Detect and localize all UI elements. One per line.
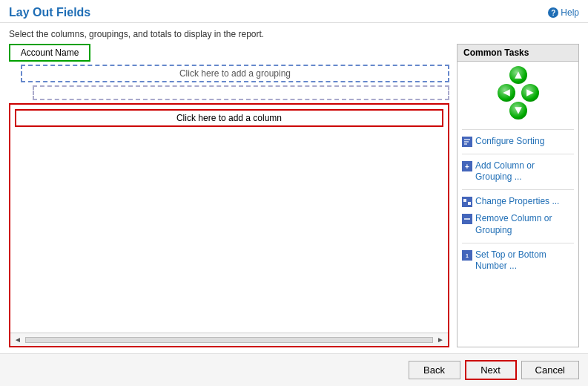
scroll-track[interactable] bbox=[25, 337, 433, 343]
content-area: Account Name Click here to add a groupin… bbox=[0, 44, 588, 353]
separator-3 bbox=[462, 189, 574, 190]
set-top-bottom-label: Set Top or BottomNumber ... bbox=[475, 249, 546, 272]
change-properties-label: Change Properties ... bbox=[475, 196, 559, 208]
task-change-properties[interactable]: Change Properties ... bbox=[462, 194, 574, 210]
columns-area: Click here to add a column ◄ ► bbox=[9, 103, 449, 347]
svg-marker-0 bbox=[515, 71, 522, 79]
remove-column-icon bbox=[462, 214, 472, 224]
page-title: Lay Out Fields bbox=[9, 6, 90, 19]
account-name-box[interactable]: Account Name bbox=[9, 44, 90, 62]
header: Lay Out Fields ? Help bbox=[0, 0, 588, 23]
arrow-up-button[interactable] bbox=[509, 66, 527, 84]
set-top-bottom-icon: 1 bbox=[462, 250, 472, 261]
svg-text:+: + bbox=[465, 163, 469, 171]
task-add-column-grouping[interactable]: + Add Column orGrouping ... bbox=[462, 158, 574, 186]
nav-row-bottom bbox=[509, 102, 527, 120]
arrow-down-button[interactable] bbox=[509, 102, 527, 120]
add-column-icon: + bbox=[462, 161, 472, 171]
task-remove-column[interactable]: Remove Column orGrouping bbox=[462, 211, 574, 238]
sidebar: Common Tasks bbox=[457, 44, 579, 347]
separator-4 bbox=[462, 243, 574, 243]
svg-marker-3 bbox=[515, 107, 522, 114]
next-button[interactable]: Next bbox=[465, 360, 517, 380]
common-tasks-body: Configure Sorting + Add Column orGroupin… bbox=[457, 61, 579, 347]
subtitle: Select the columns, groupings, and total… bbox=[0, 23, 588, 44]
main-area: Account Name Click here to add a groupin… bbox=[9, 44, 449, 347]
scroll-right-arrow[interactable]: ► bbox=[435, 336, 446, 344]
scroll-left-arrow[interactable]: ◄ bbox=[12, 336, 24, 344]
nav-row-top bbox=[509, 66, 527, 84]
help-link[interactable]: ? Help bbox=[548, 7, 579, 18]
nav-row-middle bbox=[498, 84, 539, 102]
cancel-button[interactable]: Cancel bbox=[521, 361, 579, 379]
arrow-left-button[interactable] bbox=[498, 84, 515, 102]
help-label: Help bbox=[561, 7, 579, 18]
page: Lay Out Fields ? Help Select the columns… bbox=[0, 0, 588, 386]
add-column-grouping-label: Add Column orGrouping ... bbox=[475, 160, 535, 183]
help-icon: ? bbox=[548, 7, 558, 18]
separator-1 bbox=[462, 129, 574, 130]
svg-text:1: 1 bbox=[466, 253, 469, 258]
configure-sorting-label: Configure Sorting bbox=[475, 136, 544, 148]
columns-scroll-area bbox=[10, 131, 448, 333]
task-configure-sorting[interactable]: Configure Sorting bbox=[462, 134, 574, 150]
separator-2 bbox=[462, 154, 574, 154]
nav-arrows bbox=[462, 66, 574, 120]
svg-rect-11 bbox=[463, 199, 466, 202]
horizontal-scrollbar[interactable]: ◄ ► bbox=[10, 333, 448, 346]
back-button[interactable]: Back bbox=[409, 361, 460, 379]
grouping-placeholder[interactable]: Click here to add a grouping bbox=[21, 65, 449, 82]
inner-column-placeholder bbox=[33, 85, 449, 100]
common-tasks-header: Common Tasks bbox=[457, 44, 579, 61]
svg-rect-12 bbox=[468, 202, 471, 205]
task-set-top-bottom[interactable]: 1 Set Top or BottomNumber ... bbox=[462, 247, 574, 275]
arrow-right-button[interactable] bbox=[521, 84, 539, 102]
sort-icon bbox=[462, 137, 472, 147]
change-properties-icon bbox=[462, 197, 472, 207]
svg-marker-1 bbox=[503, 89, 510, 96]
svg-marker-2 bbox=[526, 89, 534, 96]
footer: Back Next Cancel bbox=[0, 353, 588, 386]
remove-column-label: Remove Column orGrouping bbox=[475, 213, 552, 236]
add-column-button[interactable]: Click here to add a column bbox=[15, 109, 443, 127]
